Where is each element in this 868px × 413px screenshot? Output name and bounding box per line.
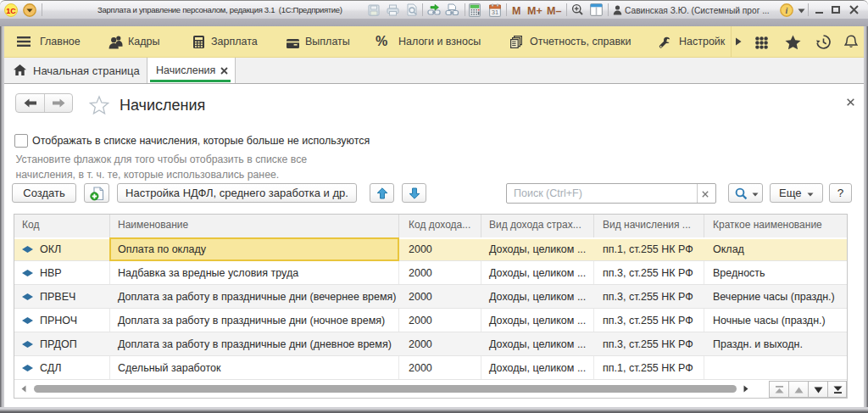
svg-text:31: 31 bbox=[492, 8, 498, 16]
svg-text:1С: 1С bbox=[6, 7, 16, 15]
svg-text:i: i bbox=[786, 6, 788, 15]
